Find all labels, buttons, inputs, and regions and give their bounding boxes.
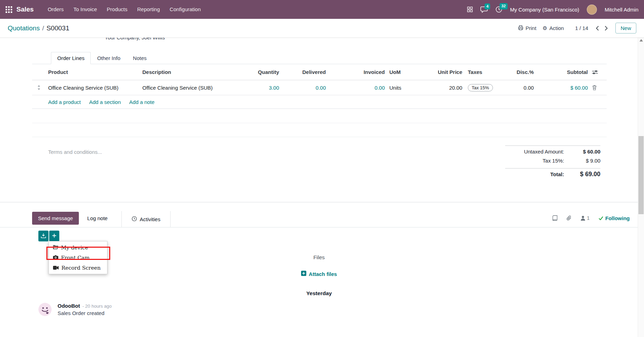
menu-item-label: My device (61, 245, 88, 251)
tab-order-lines[interactable]: Order Lines (51, 52, 91, 64)
tax-label: Tax 15%: (505, 158, 564, 164)
cell-description[interactable]: Office Cleaning Service (SUB) (140, 85, 248, 91)
next-record-icon[interactable] (605, 26, 608, 31)
delete-row-icon[interactable] (588, 85, 607, 90)
chatter-topbar: Send message Log note Activities 1 Foll (0, 202, 638, 227)
control-panel-right: Print ⚙ Action 1 / 14 New (518, 23, 636, 33)
activities-button[interactable]: Activities (121, 211, 170, 227)
add-a-section-link[interactable]: Add a section (89, 99, 121, 105)
apps-grid-icon[interactable] (6, 6, 12, 13)
menu-item-record-screen[interactable]: Record Screen (49, 263, 107, 273)
following-button[interactable]: Following (599, 215, 630, 221)
action-label: Action (549, 25, 564, 31)
send-message-button[interactable]: Send message (32, 212, 79, 225)
navbar-left: Sales Orders To Invoice Products Reporti… (6, 0, 206, 19)
attach-files-link[interactable]: Attach files (301, 271, 337, 277)
odoobot-avatar (38, 303, 52, 316)
total-value: $ 69.00 (564, 171, 600, 178)
cell-unit-price[interactable]: 20.00 (419, 85, 462, 91)
date-separator: Yesterday (0, 290, 638, 297)
header-taxes: Taxes (462, 69, 501, 75)
menu-to-invoice[interactable]: To Invoice (69, 0, 102, 19)
tax-value: $ 9.00 (564, 158, 600, 164)
previous-record-icon[interactable] (596, 26, 599, 31)
app-name[interactable]: Sales (16, 6, 34, 13)
customer-address-text: Your Company, Joel Willis (105, 38, 165, 40)
print-button[interactable]: Print (518, 25, 536, 31)
book-icon[interactable] (552, 215, 557, 221)
menu-item-my-device[interactable]: My device (49, 242, 107, 253)
activities-badge: 32 (500, 3, 508, 9)
user-menu[interactable]: Mitchell Admin (605, 7, 638, 13)
cell-delivered[interactable]: 0.00 (279, 85, 326, 91)
pager-arrows (596, 26, 608, 31)
menu-configuration[interactable]: Configuration (165, 0, 205, 19)
messages-badge: 4 (485, 3, 490, 10)
pager-counter: 1 / 14 (575, 25, 588, 31)
upload-file-button[interactable] (38, 231, 48, 241)
table-row: Office Cleaning Service (SUB) Office Cle… (32, 80, 607, 95)
log-note-button[interactable]: Log note (82, 212, 113, 225)
empty-table-row (32, 123, 607, 137)
tab-other-info[interactable]: Other Info (91, 52, 127, 64)
menu-reporting[interactable]: Reporting (132, 0, 165, 19)
paperclip-icon[interactable] (567, 215, 571, 221)
cell-taxes[interactable]: Tax 15% (462, 84, 501, 91)
total-row: Total: $ 69.00 (505, 168, 600, 181)
breadcrumb-quotations[interactable]: Quotations (8, 24, 40, 32)
control-panel: Quotations / S00031 Print ⚙ Action 1 / 1… (0, 19, 644, 38)
message-content: OdooBot - 20 hours ago Sales Order creat… (58, 303, 112, 316)
chatter-message: OdooBot - 20 hours ago Sales Order creat… (38, 303, 638, 316)
add-a-note-link[interactable]: Add a note (129, 99, 155, 105)
printer-icon (518, 25, 523, 31)
attachment-buttons (38, 231, 59, 241)
cell-invoiced[interactable]: 0.00 (326, 85, 385, 91)
message-timestamp: - 20 hours ago (82, 304, 112, 309)
cell-subtotal: $ 60.00 (534, 85, 588, 91)
cell-product[interactable]: Office Cleaning Service (SUB) (45, 85, 140, 91)
message-header: OdooBot - 20 hours ago (58, 303, 112, 309)
activities-clock-icon[interactable]: 32 (495, 6, 502, 13)
empty-table-row (32, 109, 607, 123)
menu-orders[interactable]: Orders (43, 0, 69, 19)
attach-files-label: Attach files (309, 271, 337, 277)
folder-open-icon (53, 245, 58, 251)
messages-icon[interactable]: 4 (480, 6, 488, 13)
tab-notes[interactable]: Notes (127, 52, 153, 64)
cell-disc[interactable]: 0.00 (501, 85, 534, 91)
action-button[interactable]: ⚙ Action (542, 25, 564, 31)
followers-button[interactable]: 1 (581, 215, 590, 221)
header-delivered: Delivered (279, 69, 326, 75)
untaxed-row: Untaxed Amount: $ 60.00 (505, 149, 600, 158)
add-row: Add a product Add a section Add a note (32, 95, 607, 109)
chatter-tools: 1 Following (552, 215, 630, 221)
header-subtotal: Subtotal (534, 69, 588, 75)
message-author: OdooBot (58, 303, 80, 309)
user-avatar[interactable] (587, 5, 597, 15)
drag-handle-icon[interactable] (32, 85, 45, 90)
form-content: Your Company, Joel Willis Order Lines Ot… (0, 38, 638, 337)
vertical-scrollbar[interactable] (638, 38, 644, 337)
add-attachment-button[interactable] (49, 231, 59, 241)
company-switcher[interactable]: My Company (San Francisco) (510, 7, 579, 13)
scrollbar-thumb[interactable] (638, 136, 644, 214)
header-unit-price: Unit Price (419, 69, 462, 75)
totals-block: Untaxed Amount: $ 60.00 Tax 15%: $ 9.00 … (505, 145, 600, 202)
tax-tag[interactable]: Tax 15% (468, 84, 493, 91)
cell-quantity[interactable]: 3.00 (248, 85, 279, 91)
order-lines-table: Product Description Quantity Delivered I… (32, 64, 607, 137)
terms-placeholder[interactable]: Terms and conditions... (32, 145, 505, 202)
gear-icon: ⚙ (542, 25, 547, 31)
menu-products[interactable]: Products (102, 0, 132, 19)
add-a-product-link[interactable]: Add a product (48, 99, 81, 105)
scroll-up-arrow[interactable] (639, 39, 643, 42)
table-header-row: Product Description Quantity Delivered I… (32, 64, 607, 80)
optional-columns-icon[interactable] (588, 70, 607, 75)
download-tray-icon (41, 233, 46, 239)
new-button[interactable]: New (615, 23, 636, 33)
odoo-sales-screen: Sales Orders To Invoice Products Reporti… (0, 0, 644, 337)
board-icon[interactable] (467, 7, 473, 12)
menu-item-front-cam[interactable]: Front Cam (49, 253, 107, 263)
cell-uom[interactable]: Units (385, 85, 419, 91)
untaxed-label: Untaxed Amount: (505, 149, 564, 155)
